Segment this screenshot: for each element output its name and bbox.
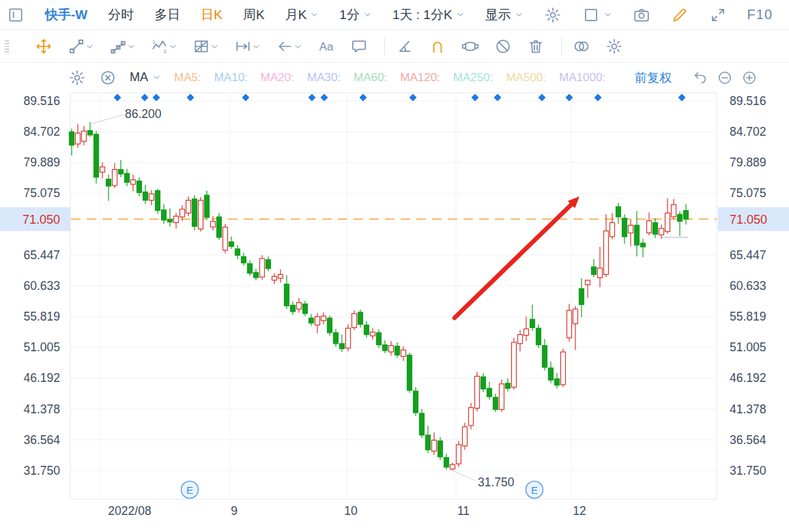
tab-1分[interactable]: 1分 — [339, 6, 372, 24]
settings-gear-icon-button[interactable] — [544, 6, 562, 24]
candle-body — [426, 435, 431, 450]
candle-body — [211, 222, 216, 227]
red-arrow-drawing[interactable] — [455, 204, 572, 318]
candle — [524, 316, 529, 341]
tab-快手-W[interactable]: 快手-W — [45, 6, 87, 24]
overlay-compare-icon-button[interactable] — [573, 38, 590, 55]
tab-显示[interactable]: 显示 — [485, 6, 523, 24]
event-marker[interactable]: E — [182, 482, 199, 499]
event-diamond-icon[interactable] — [141, 94, 149, 102]
channel-tool-icon — [109, 38, 127, 55]
indicator-settings-button[interactable] — [68, 69, 86, 87]
current-price-value: 71.050 — [730, 213, 767, 226]
y-axis-label-right: 46.192 — [730, 371, 766, 385]
move-tool-icon-button[interactable] — [35, 38, 53, 55]
candle-body — [493, 398, 498, 410]
y-axis-label-left: 51.005 — [23, 340, 60, 354]
candle-body — [340, 344, 345, 349]
event-diamond-icon[interactable] — [410, 94, 417, 102]
svg-text:Aa: Aa — [319, 40, 334, 53]
event-diamond-icon[interactable] — [321, 94, 328, 102]
candle-body — [395, 346, 400, 355]
pencil-edit-icon-button[interactable] — [671, 6, 689, 24]
delete-drawings-icon-button[interactable] — [527, 38, 545, 55]
candle — [555, 373, 560, 389]
candle-body — [524, 329, 529, 335]
hide-drawings-icon-button[interactable] — [494, 38, 512, 55]
angle-tool-icon-button[interactable] — [396, 38, 414, 55]
move-tool-icon — [35, 38, 53, 55]
trendline-tool-icon-button[interactable] — [68, 38, 94, 55]
event-diamond-icon[interactable] — [114, 94, 121, 102]
candle — [622, 214, 627, 243]
candle-body — [573, 309, 578, 324]
event-diamond-icon[interactable] — [153, 94, 160, 102]
zoom-in-button[interactable] — [741, 70, 758, 86]
fullscreen-icon-button[interactable] — [709, 6, 727, 24]
event-diamond-icon[interactable] — [678, 94, 686, 102]
x-axis-label: 11 — [457, 504, 470, 518]
annotation-leader-line — [451, 470, 476, 481]
f10-button[interactable]: F10 — [747, 7, 773, 23]
draw-settings-gear-icon-button[interactable] — [605, 38, 623, 55]
candle-body — [371, 332, 375, 336]
text-tool-icon-button[interactable]: Aa — [317, 38, 335, 55]
y-axis-label-right: 84.702 — [730, 125, 766, 138]
indicator-bar: MAMA5:MA10:MA20:MA30:MA60:MA120:MA250:MA… — [0, 63, 789, 91]
toolbar-divider — [561, 38, 562, 55]
wave-tool-icon-button[interactable]: 13 — [151, 38, 177, 55]
magnet-tool-icon-button[interactable] — [429, 38, 446, 55]
candle — [665, 198, 670, 234]
tab-周K[interactable]: 周K — [243, 6, 265, 24]
event-diamond-icon[interactable] — [566, 94, 573, 102]
horizontal-ray-tool-icon-button[interactable] — [234, 38, 261, 55]
indicator-close-button[interactable] — [99, 69, 117, 87]
gann-box-tool-icon-button[interactable] — [192, 38, 219, 55]
comment-tool-icon-button[interactable] — [350, 38, 368, 55]
arrow-tool-icon-button[interactable] — [276, 38, 302, 55]
candle-body — [131, 180, 136, 185]
ellipse-tool-icon-button[interactable] — [461, 38, 479, 55]
ma-label-MA60: MA60: — [354, 71, 387, 85]
toolbar-divider — [384, 38, 385, 55]
candle-body — [278, 274, 283, 278]
comment-tool-icon — [350, 38, 368, 55]
event-diamond-icon[interactable] — [242, 94, 250, 102]
top-toolbar: 快手-W分时多日日K周K月K1分1天 : 1分K显示F10 — [0, 0, 789, 30]
panel-left-icon-button[interactable] — [7, 6, 25, 24]
undo-button[interactable] — [692, 70, 708, 86]
candle — [82, 126, 87, 145]
candle-body — [285, 284, 289, 306]
y-axis-label-right: 60.633 — [730, 279, 766, 293]
event-diamond-icon[interactable] — [539, 94, 546, 102]
tab-日K[interactable]: 日K — [201, 6, 223, 24]
tab-分时[interactable]: 分时 — [108, 6, 134, 24]
candle-body — [186, 201, 191, 213]
camera-icon-button[interactable] — [633, 6, 650, 24]
adjust-mode-button[interactable]: 前复权 — [635, 70, 672, 86]
event-diamond-icon[interactable] — [309, 94, 316, 102]
candle — [672, 199, 676, 220]
tab-月K[interactable]: 月K — [285, 6, 319, 24]
event-marker[interactable]: E — [526, 482, 543, 499]
candle-body — [328, 318, 332, 333]
candle-body — [192, 199, 197, 226]
tab-1天 : 1分K[interactable]: 1天 : 1分K — [392, 6, 465, 24]
event-diamond-icon[interactable] — [360, 94, 367, 102]
zoom-out-button[interactable] — [717, 70, 733, 86]
indicator-ma-selector[interactable]: MA — [130, 70, 161, 85]
layout-square-icon-button[interactable] — [582, 6, 612, 24]
event-diamond-icon[interactable] — [594, 94, 602, 102]
chevron-down-icon — [152, 73, 161, 82]
y-axis-label-left: 65.447 — [23, 248, 60, 262]
candlestick-chart[interactable]: 89.51689.51684.70284.70279.88979.88975.0… — [0, 91, 789, 532]
channel-tool-icon-button[interactable] — [109, 38, 136, 55]
candle-body — [610, 222, 615, 237]
event-diamond-icon[interactable] — [187, 94, 195, 102]
event-diamond-icon[interactable] — [494, 94, 502, 102]
candle — [168, 209, 173, 226]
event-diamond-icon[interactable] — [472, 94, 479, 102]
tab-多日[interactable]: 多日 — [154, 6, 180, 24]
candle — [604, 214, 609, 277]
chevron-down-icon — [85, 42, 94, 51]
